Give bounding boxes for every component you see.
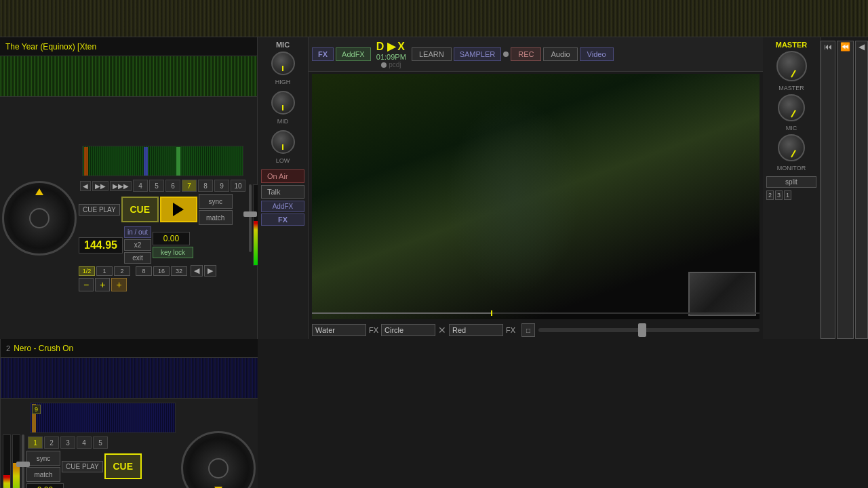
left-beat-10[interactable]: 10 xyxy=(231,180,245,192)
master-panel: MASTER MASTER MIC MONITOR split 2 3 1 xyxy=(763,37,821,339)
left-turntable-marker xyxy=(35,188,43,195)
left-minus-btn[interactable]: − xyxy=(79,278,94,291)
left-beat-4[interactable]: 4 xyxy=(133,180,148,192)
left-frac-2[interactable]: 2 xyxy=(114,266,130,276)
video-display xyxy=(312,74,760,319)
right-skip-back[interactable]: ⏪ xyxy=(837,41,854,339)
left-beat-9[interactable]: 9 xyxy=(214,180,229,192)
right-beat-3[interactable]: 3 xyxy=(60,436,75,449)
left-beat-prev[interactable]: ◀ xyxy=(80,181,91,191)
addfx-mic-btn[interactable]: AddFX xyxy=(261,201,304,212)
split-btn[interactable]: split xyxy=(766,176,816,188)
crossfader[interactable]: □ xyxy=(521,323,760,337)
left-turntable-inner xyxy=(29,208,50,228)
right-sync-btn[interactable]: sync xyxy=(26,451,60,466)
mic-low-label: LOW xyxy=(261,157,304,164)
right-beat-4[interactable]: 4 xyxy=(77,436,92,449)
right-waveform-num: 9 xyxy=(32,405,41,414)
fx-mic-btn[interactable]: FX xyxy=(261,214,304,226)
left-frac-32[interactable]: 32 xyxy=(171,266,187,276)
right-skip-start[interactable]: ⏮ xyxy=(821,41,835,339)
left-beat-fwd[interactable]: ▶▶ xyxy=(92,181,108,191)
learn-btn[interactable]: LEARN xyxy=(412,47,452,61)
left-pitch-value: 0.00 xyxy=(153,232,190,245)
crossfader-left-lock[interactable]: □ xyxy=(521,323,535,337)
left-fader-handle[interactable] xyxy=(243,211,257,217)
left-fader[interactable] xyxy=(249,184,252,266)
right-turntable[interactable] xyxy=(181,431,256,488)
left-in-out-btn[interactable]: in / out xyxy=(124,226,151,238)
right-beat-2[interactable]: 2 xyxy=(44,436,59,449)
right-beat-1[interactable]: 1 xyxy=(28,436,43,449)
left-turntable[interactable] xyxy=(2,181,77,256)
left-frac-half[interactable]: 1/2 xyxy=(79,266,95,276)
left-plus-yellow[interactable]: + xyxy=(111,278,126,291)
left-frac-16[interactable]: 16 xyxy=(153,266,170,276)
right-cue-btn[interactable]: CUE xyxy=(104,453,142,479)
right-fader-handle[interactable] xyxy=(16,462,30,467)
left-play-icon xyxy=(173,203,184,216)
crossfader-handle[interactable] xyxy=(638,323,646,337)
left-sync-btn[interactable]: sync xyxy=(199,194,233,209)
master-monitor-knob[interactable] xyxy=(778,134,805,161)
right-pitch-value: 0.00 xyxy=(26,483,64,488)
on-air-btn[interactable]: On Air xyxy=(261,169,304,183)
crossfader-track[interactable] xyxy=(538,328,760,332)
left-beat-8[interactable]: 8 xyxy=(198,180,213,192)
left-nav-next[interactable]: ▶ xyxy=(204,265,216,277)
left-key-lock-btn[interactable]: key lock xyxy=(153,247,193,258)
master-mic-knob[interactable] xyxy=(778,94,805,121)
rec-indicator xyxy=(381,62,387,68)
fx-label-1: FX xyxy=(369,326,378,334)
right-cue-play-btn[interactable]: CUE PLAY xyxy=(62,461,103,472)
video-btn[interactable]: Video xyxy=(580,47,614,61)
left-beat-5[interactable]: 5 xyxy=(149,180,164,192)
right-fader[interactable] xyxy=(22,434,24,488)
left-match-btn[interactable]: match xyxy=(199,210,233,225)
left-nav-prev[interactable]: ◀ xyxy=(191,265,203,277)
mic-high-knob-marker xyxy=(282,66,283,71)
right-beat-5[interactable]: 5 xyxy=(93,436,108,449)
mic-mid-label: MID xyxy=(261,118,304,125)
left-plus-btn[interactable]: + xyxy=(95,278,110,291)
mic-high-knob[interactable] xyxy=(271,52,295,75)
fx-btn[interactable]: FX xyxy=(312,47,334,61)
right-waveform-strip xyxy=(1,358,258,399)
left-beat-6[interactable]: 6 xyxy=(165,180,180,192)
left-beat-ffwd[interactable]: ▶▶▶ xyxy=(110,181,132,191)
right-match-btn[interactable]: match xyxy=(26,467,60,482)
left-cue-btn[interactable]: CUE xyxy=(121,197,159,222)
addfx-btn[interactable]: AddFX xyxy=(336,47,371,61)
left-beat-7[interactable]: 7 xyxy=(182,180,197,192)
left-frac-1[interactable]: 1 xyxy=(96,266,113,276)
ch-num-1: 1 xyxy=(784,190,791,200)
fx-circle-select[interactable]: Circle xyxy=(381,324,435,336)
right-deck-num: 2 xyxy=(6,344,10,352)
left-frac-8[interactable]: 8 xyxy=(136,266,152,276)
left-bpm-display: 144.95 xyxy=(79,237,123,253)
left-exit-btn[interactable]: exit xyxy=(124,252,151,264)
left-play-btn[interactable] xyxy=(160,197,197,222)
left-waveform-strip xyxy=(0,56,257,97)
ch-num-3: 3 xyxy=(775,190,783,200)
sampler-btn[interactable]: SAMPLER xyxy=(454,47,502,61)
right-skip-rev[interactable]: ◀ xyxy=(855,41,868,339)
time-display: 01:09PM xyxy=(376,53,406,61)
talk-btn[interactable]: Talk xyxy=(261,185,304,199)
video-thumb-content xyxy=(690,273,755,314)
audio-btn[interactable]: Audio xyxy=(543,47,577,61)
fx-separator: ✕ xyxy=(438,325,446,336)
rec-btn[interactable]: REC xyxy=(511,47,541,61)
fx-red-select[interactable]: Red xyxy=(449,324,503,336)
video-progress-bar[interactable] xyxy=(312,312,760,314)
mic-low-knob[interactable] xyxy=(271,130,295,154)
mic-mid-knob[interactable] xyxy=(271,91,295,115)
left-cue-play[interactable]: CUE PLAY xyxy=(79,204,120,216)
video-thumbnail xyxy=(688,272,756,316)
master-title: MASTER xyxy=(766,41,816,49)
master-volume-knob[interactable] xyxy=(776,51,807,81)
fx-water-select[interactable]: Water xyxy=(312,324,366,336)
master-mic-sub-label: MIC xyxy=(766,125,816,131)
left-x2-btn[interactable]: x2 xyxy=(124,239,151,251)
master-channel-nums: 2 3 1 xyxy=(766,190,816,200)
